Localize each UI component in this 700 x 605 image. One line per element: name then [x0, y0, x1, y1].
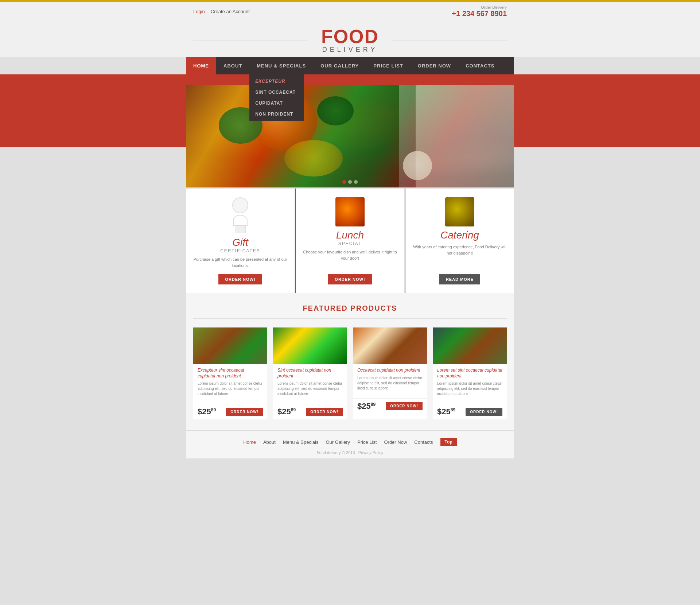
- dropdown-item-cupidatat[interactable]: Cupidatat: [249, 98, 304, 109]
- product-image-2: [273, 327, 347, 364]
- product-desc-2: Lorem ipsum dolor sit amet conse ctetur …: [277, 381, 343, 396]
- nav-item-home[interactable]: HOME: [186, 57, 216, 74]
- create-account-link[interactable]: Create an Account: [211, 9, 250, 14]
- footer-nav-home[interactable]: Home: [243, 439, 256, 445]
- nav-item-about[interactable]: ABOUT: [216, 57, 249, 74]
- order-delivery-label: Order Delivery: [452, 5, 507, 9]
- product-price-2: $2589: [277, 407, 296, 416]
- gift-desc: Purchase a gift which can be presented a…: [193, 256, 287, 268]
- section-heading: FEATURED PRODUCTS: [193, 304, 507, 319]
- dropdown-item-excepteur[interactable]: Excepteur: [249, 76, 304, 87]
- lunch-subtitle: SPECIAL: [338, 241, 362, 246]
- footer-copyright: Food delivery © 2013 Privacy Policy: [186, 450, 514, 455]
- heading-normal: FEATURED: [303, 304, 350, 312]
- nav-inner: HOME ABOUT MENU & SPECIALS Excepteur Sin…: [186, 57, 514, 74]
- product-info-2: Sint occaecat cupidatat non proident Lor…: [273, 364, 347, 404]
- nav-bar: HOME ABOUT MENU & SPECIALS Excepteur Sin…: [186, 57, 514, 74]
- product-title-4: Lorem set sint occaecat cupidatat non pr…: [437, 368, 502, 379]
- product-info-3: Occaecat cupidatat non proident Lorem ip…: [353, 364, 427, 398]
- product-order-btn-1[interactable]: ORDER NOW!: [226, 408, 263, 416]
- phone-number: +1 234 567 8901: [452, 9, 507, 18]
- product-footer-4: $2589 ORDER NOW!: [433, 404, 507, 419]
- feature-box-lunch: Lunch SPECIAL Choose your favourite dish…: [296, 189, 405, 293]
- gift-subtitle: CERTIFICATES: [220, 248, 260, 253]
- product-order-btn-3[interactable]: ORDER NOW!: [386, 402, 423, 410]
- product-price-3: $2589: [357, 402, 376, 411]
- footer-nav-contacts[interactable]: Contacts: [414, 439, 433, 445]
- hero-wrapper: [186, 85, 514, 187]
- logo-delivery: DELIVERY: [186, 46, 514, 54]
- content-wrapper: Gift CERTIFICATES Purchase a gift which …: [186, 187, 514, 458]
- lunch-title: Lunch: [336, 229, 364, 241]
- features-grid: Gift CERTIFICATES Purchase a gift which …: [186, 187, 514, 293]
- chef-icon: [226, 197, 255, 234]
- hero-image: [186, 85, 514, 187]
- top-bar-right: Order Delivery +1 234 567 8901: [452, 5, 507, 18]
- logo-food: FOOD: [186, 27, 514, 46]
- product-footer-2: $2589 ORDER NOW!: [273, 404, 347, 419]
- product-title-3: Occaecat cupidatat non proident: [357, 368, 423, 373]
- product-order-btn-2[interactable]: ORDER NOW!: [306, 408, 343, 416]
- catering-title: Catering: [440, 229, 479, 241]
- footer-nav-gallery[interactable]: Our Gallery: [326, 439, 350, 445]
- product-info-4: Lorem set sint occaecat cupidatat non pr…: [433, 364, 507, 404]
- catering-read-btn[interactable]: READ MORE: [439, 274, 480, 284]
- product-card-4: Lorem set sint occaecat cupidatat non pr…: [433, 327, 507, 419]
- lunch-order-btn[interactable]: ORDER NOW!: [328, 274, 372, 284]
- nav-item-pricelist[interactable]: PRICE LIST: [366, 57, 411, 74]
- nav-item-contacts[interactable]: CONTACTS: [458, 57, 502, 74]
- nav-item-gallery[interactable]: OUR GALLERY: [313, 57, 366, 74]
- footer-nav: Home About Menu & Specials Our Gallery P…: [186, 438, 514, 446]
- logo-section: FOOD DELIVERY: [0, 21, 700, 57]
- catering-desc: With years of catering experience, Food …: [413, 244, 507, 268]
- dropdown-item-sint[interactable]: Sint occaecat: [249, 87, 304, 98]
- gift-order-btn[interactable]: ORDER NOW!: [218, 274, 262, 284]
- product-image-1: [193, 327, 267, 364]
- footer: Home About Menu & Specials Our Gallery P…: [186, 430, 514, 458]
- product-desc-3: Lorem ipsum dolor sit amet conse ctetur …: [357, 376, 423, 391]
- product-card-3: Occaecat cupidatat non proident Lorem ip…: [353, 327, 427, 419]
- feature-box-catering: Catering With years of catering experien…: [405, 189, 514, 293]
- product-image-4: [433, 327, 507, 364]
- product-title-1: Excepteur sint occaecat cupidatat non pr…: [198, 368, 263, 379]
- gift-title: Gift: [232, 237, 248, 248]
- login-link[interactable]: Login: [193, 9, 205, 14]
- product-info-1: Excepteur sint occaecat cupidatat non pr…: [193, 364, 267, 404]
- lunch-icon: [335, 197, 365, 226]
- product-desc-1: Lorem ipsum dolor sit amet conse ctetur …: [198, 381, 263, 396]
- nav-item-menu[interactable]: MENU & SPECIALS Excepteur Sint occaecat …: [249, 57, 313, 74]
- catering-icon: [445, 197, 474, 226]
- product-footer-1: $2589 ORDER NOW!: [193, 404, 267, 419]
- dropdown-item-non[interactable]: Non proident: [249, 109, 304, 120]
- footer-nav-ordernow[interactable]: Order Now: [384, 439, 407, 445]
- slider-dot-1[interactable]: [342, 180, 346, 184]
- product-footer-3: $2589 ORDER NOW!: [353, 398, 427, 414]
- slider-dot-2[interactable]: [348, 180, 352, 184]
- product-title-2: Sint occaecat cupidatat non proident: [277, 368, 343, 379]
- hero-container: [186, 85, 514, 187]
- feature-box-gift: Gift CERTIFICATES Purchase a gift which …: [186, 189, 295, 293]
- slider-dots: [342, 180, 358, 184]
- lunch-desc: Choose your favourite dish and we'll del…: [303, 249, 397, 268]
- products-grid: Excepteur sint occaecat cupidatat non pr…: [193, 327, 507, 419]
- footer-top-btn[interactable]: Top: [440, 438, 457, 446]
- footer-nav-pricelist[interactable]: Price List: [357, 439, 377, 445]
- product-card-2: Sint occaecat cupidatat non proident Lor…: [273, 327, 347, 419]
- footer-privacy-link[interactable]: Privacy Policy: [358, 450, 383, 455]
- product-desc-4: Lorem ipsum dolor sit amet conse ctetur …: [437, 381, 502, 396]
- nav-item-ordernow[interactable]: ORDER NOW: [411, 57, 458, 74]
- product-order-btn-4[interactable]: ORDER NOW!: [466, 408, 502, 416]
- heading-highlight: PRODUCTS: [350, 304, 397, 312]
- products-section: FEATURED PRODUCTS Excepteur sint occaeca…: [186, 293, 514, 430]
- product-price-4: $2589: [437, 407, 455, 416]
- top-bar: Login Create an Account Order Delivery +…: [0, 2, 700, 21]
- footer-nav-menu[interactable]: Menu & Specials: [283, 439, 319, 445]
- product-card-1: Excepteur sint occaecat cupidatat non pr…: [193, 327, 267, 419]
- top-bar-left: Login Create an Account: [193, 9, 250, 14]
- product-image-3: [353, 327, 427, 364]
- slider-dot-3[interactable]: [354, 180, 358, 184]
- nav-wrapper: HOME ABOUT MENU & SPECIALS Excepteur Sin…: [186, 57, 514, 74]
- nav-dropdown: Excepteur Sint occaecat Cupidatat Non pr…: [249, 74, 304, 121]
- footer-nav-about[interactable]: About: [263, 439, 276, 445]
- product-price-1: $2589: [198, 407, 216, 416]
